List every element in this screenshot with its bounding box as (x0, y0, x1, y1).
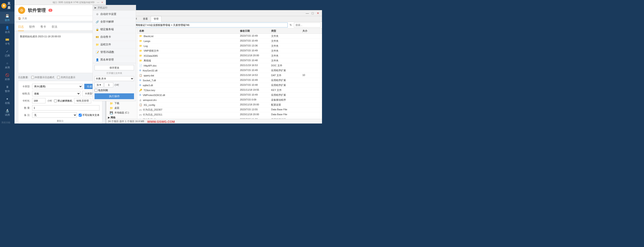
unbindall-icon: 🔗 (96, 20, 99, 24)
duration-input[interactable] (32, 98, 46, 103)
file-row-7[interactable]: ⚙KeyGen32.dll 2023/7/15 10:49 应用程序扩展 (137, 68, 322, 73)
sidebar-item-used[interactable]: ✓ 已用 (0, 47, 14, 59)
file-row-0[interactable]: 📁BlackList 2023/7/15 10:49 文件夹 (137, 34, 322, 39)
col-size[interactable]: 大小 (302, 29, 320, 33)
no-unbind-checkbox[interactable]: 禁止解绑换机 (54, 99, 72, 103)
mp-item-unbindall[interactable]: 🔗 全部卡解绑 (93, 18, 136, 26)
fm-search-input[interactable] (294, 23, 321, 28)
mp-item-autocard[interactable]: ⚙ 自动封卡设置 (93, 11, 136, 18)
no-unbind-input[interactable] (54, 99, 57, 102)
save-changes-button[interactable]: 保存更改 (94, 65, 134, 70)
sidebar-item-trial[interactable]: 🔬 试用 (0, 107, 14, 118)
fm-nav-downloads2[interactable]: 📁 下载 (106, 101, 137, 106)
fm-tab-manage[interactable]: 管理 (151, 16, 162, 22)
file-row-15[interactable]: 🗃行为日志_202307 2023/7/15 13:55 Data Base F… (137, 107, 322, 112)
file-row-4[interactable]: 📁XGData3085 2023/11/18 20:00 文件夹 (137, 53, 322, 58)
db-icon-16: 🗃 (139, 113, 142, 116)
quantity-row: 数 量: (21, 105, 100, 111)
middle-panel-header: ▶ 开机运行 (93, 5, 136, 11)
fm-maximize-button[interactable]: □ (310, 12, 315, 15)
file-row-8[interactable]: 📋qqwry.dat 2021/1/18 14:53 DAT 文件 10 (137, 73, 322, 78)
execute-button[interactable]: 执行操作 (94, 93, 134, 99)
cg-value-input[interactable] (104, 82, 113, 87)
col-name[interactable]: 名称 (139, 29, 240, 33)
cg-include-checkbox[interactable]: 包含到期 (94, 89, 108, 92)
col-type[interactable]: 类型 (271, 29, 302, 33)
fm-close-button[interactable]: ✕ (316, 12, 320, 15)
dll-icon-12: ⚙ (139, 94, 142, 97)
file-row-2[interactable]: 📁Log 2023/7/15 13:36 文件夹 (137, 44, 322, 49)
remark-select[interactable]: 无 (32, 112, 77, 118)
used-icon: ✓ (5, 49, 10, 54)
file-size-6 (302, 64, 320, 67)
log-controls: 日志数量: 外部显示日志模式 关闭日志显示 清空 (14, 75, 106, 80)
file-row-9[interactable]: ⚙Socket_T.dll 2023/7/15 10:49 应用程序扩展 (137, 78, 322, 83)
file-row-3[interactable]: 📁VMP授权文件 2023/7/15 10:49 文件夹 (137, 49, 322, 53)
file-row-16[interactable]: 🗃行为日志_202311 2023/11/18 20:00 Data Base … (137, 112, 322, 117)
file-row-10[interactable]: ⚙sqlite3.dll 2023/7/15 10:48 应用程序扩展 (137, 83, 322, 88)
file-row-17[interactable]: ⚙接收数据.dll 2023/7/15 11:20 应用程序扩展 (137, 117, 322, 119)
sidebar-item-banned[interactable]: 🚫 封停 (0, 71, 14, 83)
quantity-input[interactable] (32, 105, 100, 111)
fm-body: ▶ 快速访问 📁 桌面 📌 📁 下载 📌 📁 文档 📌 📁 图片 (106, 28, 322, 119)
mp-label-remotefile: 远程文件 (100, 43, 111, 47)
open-file-link[interactable]: 打开窗口文件夹 (94, 72, 134, 75)
sidebar-item-member[interactable]: 👤 会员 (0, 24, 14, 36)
file-row-14[interactable]: 📋XG_config 2023/11/18 20:00 配置设置 (137, 103, 322, 107)
col-date[interactable]: 修改日期 (240, 29, 271, 33)
sidebar-item-unused[interactable]: ○ 未用 (0, 59, 14, 71)
fm-minimize-button[interactable]: — (305, 12, 310, 15)
fm-nav-desktop2[interactable]: 📁 桌面 (106, 106, 137, 110)
sidebar-label-online: 在线 (5, 101, 10, 105)
file-row-12[interactable]: ⚙VMProtectSDK32.dll 2023/7/15 10:49 应用程序… (137, 93, 322, 98)
no-write-checkbox[interactable]: 不写出制卡文本 (79, 113, 100, 117)
fm-controls: — □ ✕ (305, 12, 320, 15)
seller-mgr-button[interactable]: 销售员管理 (74, 98, 91, 103)
external-log-input[interactable] (31, 76, 34, 79)
tab-illegal[interactable]: 非法 (52, 23, 57, 31)
tab-log[interactable]: 日志 (18, 23, 24, 31)
fm-address-refresh-icon[interactable]: ↻ (288, 23, 293, 27)
mp-item-jsmanager[interactable]: 📝 管理JS函数 (93, 49, 136, 56)
file-date-3: 2023/7/15 10:49 (240, 49, 271, 53)
close-log-input[interactable] (57, 76, 60, 79)
minimize-button[interactable]: — (96, 1, 100, 4)
folder-icon-2: 📁 (139, 45, 142, 47)
cg-include-input[interactable] (94, 89, 98, 92)
file-row-5[interactable]: 📁离线端 2023/7/15 10:48 文件夹 (137, 58, 322, 63)
file-type-6: DOC 文件 (271, 64, 302, 67)
file-date-15: 2023/7/15 13:55 (240, 108, 271, 111)
mp-item-autosel[interactable]: 🎫 自动售卡 (93, 33, 136, 41)
file-row-6[interactable]: 📄HttpAPI.doc 2021/1/19 16:53 DOC 文件 (137, 63, 322, 68)
duration-label: 卡时长: (21, 99, 30, 103)
card-type-select[interactable]: 周卡(通用) (32, 84, 82, 89)
mp-item-lockserver[interactable]: 🔒 锁定服务端 (93, 26, 136, 33)
no-write-input[interactable] (79, 114, 82, 117)
fm-tab-view[interactable]: 查看 (140, 16, 151, 22)
close-log-checkbox[interactable]: 关闭日志显示 (57, 76, 75, 79)
cg-cardtype-select[interactable]: 卡类:月卡 (94, 76, 134, 81)
sidebar-item-software[interactable]: 💾 软件 (0, 12, 14, 24)
external-log-checkbox[interactable]: 外部显示日志模式 (31, 76, 54, 79)
tab-sellcard[interactable]: 售卡 (40, 23, 46, 31)
mp-item-remotefile[interactable]: 📁 远程文件 (93, 41, 136, 49)
file-row-13[interactable]: 🖨winspool.drv 2023/7/15 0:09 设备驱动程序 (137, 98, 322, 103)
fm-nav-cdrive[interactable]: 💾 本地磁盘 (C:) (106, 110, 137, 115)
close-button[interactable]: ✕ (100, 1, 104, 4)
fm-network-group[interactable]: ▶ 网络 (106, 115, 137, 119)
seller-select[interactable]: 老板 (32, 91, 80, 96)
file-type-13: 设备驱动程序 (271, 98, 302, 102)
cg-add-button[interactable]: 加▼ (94, 82, 104, 87)
fm-address-input[interactable] (129, 23, 288, 28)
mp-item-blacklist[interactable]: 👤 黑名单管理 (93, 56, 136, 64)
file-row-11[interactable]: 🔑TZdun.key 2021/11/18 19:55 KEY 文件 (137, 88, 322, 93)
tab-software[interactable]: 软件 (29, 23, 35, 31)
breadcrumb-icon: 🏠 (18, 17, 21, 20)
file-row-1[interactable]: 📁Langs 2023/7/15 10:49 文件夹 (137, 39, 322, 44)
sidebar-item-card[interactable]: 🎫 卡号 (0, 36, 14, 47)
sidebar-item-paused[interactable]: ⏸ 暂停 (0, 83, 14, 95)
sidebar-item-online[interactable]: ● 在线 (0, 95, 14, 107)
no-write-label: 不写出制卡文本 (82, 113, 100, 117)
cg-add-row: 加▼ 小时 (94, 82, 134, 87)
cg-unit-label: 小时 (114, 83, 119, 87)
